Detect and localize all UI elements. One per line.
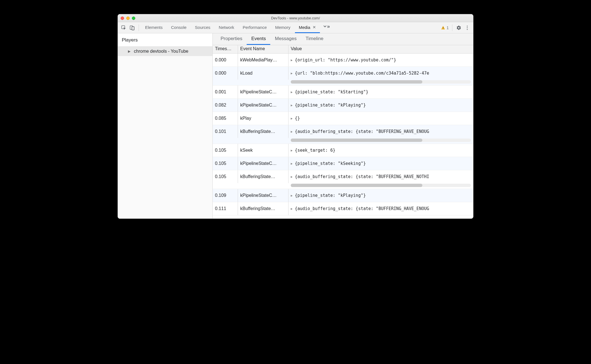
cell-value: ▶{pipeline_state: "kSeeking"} [288, 157, 473, 170]
value-expander[interactable]: ▶{} [288, 112, 473, 125]
player-item[interactable]: ▶ chrome devtools - YouTube [118, 47, 212, 56]
subtab-label: Properties [221, 36, 242, 42]
tab-performance[interactable]: Performance [239, 22, 271, 33]
cell-event-name: kPipelineStateC… [238, 157, 288, 170]
value-text: {audio_buffering_state: {state: "BUFFERI… [295, 174, 429, 179]
toolbar-separator [139, 24, 139, 31]
warning-icon [441, 26, 445, 30]
inspect-element-icon[interactable] [120, 24, 128, 32]
value-text: {pipeline_state: "kStarting"} [295, 89, 368, 95]
more-tabs-icon[interactable]: » [322, 22, 331, 31]
window-title: DevTools - www.youtube.com/ [118, 16, 473, 20]
zoom-window-button[interactable] [132, 17, 135, 20]
table-row[interactable]: 0.109kPipelineStateC…▶{pipeline_state: "… [213, 189, 473, 202]
disclosure-triangle-icon: ▶ [291, 149, 293, 152]
value-expander[interactable]: ▶{origin_url: "https://www.youtube.com/"… [288, 54, 473, 66]
warnings-badge[interactable]: 1 [441, 26, 449, 30]
media-subtabs: Properties Events Messages Timeline [213, 33, 473, 45]
minimize-window-button[interactable] [126, 17, 130, 20]
toolbar-separator [452, 24, 452, 31]
value-text: {pipeline_state: "kPlaying"} [295, 193, 366, 198]
table-row[interactable]: 0.111kBufferingState…▶{audio_buffering_s… [213, 202, 473, 215]
table-header: Times… Event Name Value [213, 45, 473, 54]
table-row[interactable]: 0.001kPipelineStateC…▶{pipeline_state: "… [213, 86, 473, 99]
table-row[interactable]: 0.101kBufferingState…▶{audio_buffering_s… [213, 125, 473, 144]
disclosure-triangle-icon: ▶ [291, 194, 293, 197]
cell-event-name: kWebMediaPlay… [238, 54, 288, 66]
value-text: {url: "blob:https://www.youtube.com/c34a… [295, 71, 429, 76]
value-text: {pipeline_state: "kSeeking"} [295, 161, 366, 166]
svg-rect-2 [132, 27, 134, 30]
value-text: {audio_buffering_state: {state: "BUFFERI… [295, 206, 429, 211]
tab-label: Sources [195, 25, 210, 30]
subtab-events[interactable]: Events [247, 33, 270, 45]
device-toolbar-icon[interactable] [128, 24, 136, 32]
cell-event-name: kSeek [238, 144, 288, 157]
cell-value: ▶{origin_url: "https://www.youtube.com/"… [288, 54, 473, 66]
tab-media[interactable]: Media ✕ [295, 22, 320, 33]
horizontal-scrollbar[interactable] [291, 139, 471, 142]
value-expander[interactable]: ▶{audio_buffering_state: {state: "BUFFER… [288, 170, 473, 183]
cell-event-name: kBufferingState… [238, 125, 288, 138]
tab-sources[interactable]: Sources [191, 22, 214, 33]
tab-memory[interactable]: Memory [271, 22, 294, 33]
table-row[interactable]: 0.000kWebMediaPlay…▶{origin_url: "https:… [213, 54, 473, 67]
cell-timestamp: 0.105 [213, 144, 238, 157]
value-expander[interactable]: ▶{audio_buffering_state: {state: "BUFFER… [288, 125, 473, 138]
col-event-name[interactable]: Event Name [238, 45, 288, 53]
table-row[interactable]: 0.085kPlay▶{} [213, 112, 473, 125]
tab-console[interactable]: Console [167, 22, 191, 33]
close-window-button[interactable] [121, 17, 124, 20]
value-expander[interactable]: ▶{url: "blob:https://www.youtube.com/c34… [288, 67, 473, 80]
cell-event-name: kPlay [238, 112, 288, 125]
value-expander[interactable]: ▶{seek_target: 6} [288, 144, 473, 157]
horizontal-scrollbar[interactable] [291, 184, 471, 187]
cell-value: ▶{url: "blob:https://www.youtube.com/c34… [288, 67, 473, 85]
cell-value: ▶{pipeline_state: "kPlaying"} [288, 189, 473, 202]
disclosure-triangle-icon: ▶ [291, 207, 293, 211]
tab-label: Memory [275, 25, 290, 30]
horizontal-scrollbar[interactable] [291, 80, 471, 84]
value-expander[interactable]: ▶{pipeline_state: "kStarting"} [288, 86, 473, 98]
value-expander[interactable]: ▶{pipeline_state: "kPlaying"} [288, 189, 473, 202]
panel-tabs: Elements Console Sources Network Perform… [141, 22, 331, 33]
subtab-messages[interactable]: Messages [270, 33, 301, 45]
players-sidebar: Players ▶ chrome devtools - YouTube [118, 33, 213, 218]
cell-timestamp: 0.085 [213, 112, 238, 125]
tab-label: Console [171, 25, 187, 30]
value-expander[interactable]: ▶{pipeline_state: "kSeeking"} [288, 157, 473, 170]
table-row[interactable]: 0.000kLoad▶{url: "blob:https://www.youtu… [213, 67, 473, 86]
disclosure-triangle-icon: ▶ [291, 175, 293, 179]
main-panel: Properties Events Messages Timeline Time… [213, 33, 473, 218]
subtab-properties[interactable]: Properties [216, 33, 247, 45]
tab-label: Performance [243, 25, 267, 30]
value-expander[interactable]: ▶{pipeline_state: "kPlaying"} [288, 99, 473, 112]
subtab-label: Events [251, 36, 266, 42]
disclosure-triangle-icon: ▶ [291, 130, 293, 133]
table-row[interactable]: 0.082kPipelineStateC…▶{pipeline_state: "… [213, 99, 473, 112]
cell-value: ▶{} [288, 112, 473, 125]
cell-timestamp: 0.000 [213, 67, 238, 80]
subtab-timeline[interactable]: Timeline [301, 33, 328, 45]
settings-icon[interactable] [455, 24, 463, 32]
tab-network[interactable]: Network [215, 22, 238, 33]
value-text: {origin_url: "https://www.youtube.com/"} [295, 57, 396, 63]
cell-timestamp: 0.001 [213, 86, 238, 98]
col-timestamp[interactable]: Times… [213, 45, 238, 53]
close-icon[interactable]: ✕ [312, 25, 316, 29]
table-row[interactable]: 0.105kPipelineStateC…▶{pipeline_state: "… [213, 157, 473, 170]
more-options-icon[interactable] [463, 24, 471, 32]
col-value[interactable]: Value [288, 45, 473, 53]
disclosure-triangle-icon: ▶ [291, 162, 293, 165]
tab-elements[interactable]: Elements [141, 22, 167, 33]
sidebar-title: Players [118, 33, 212, 47]
table-body[interactable]: 0.000kWebMediaPlay…▶{origin_url: "https:… [213, 54, 473, 218]
value-expander[interactable]: ▶{audio_buffering_state: {state: "BUFFER… [288, 202, 473, 215]
window-controls [118, 17, 135, 20]
disclosure-triangle-icon: ▶ [291, 72, 293, 75]
tab-label: Network [219, 25, 234, 30]
table-row[interactable]: 0.105kBufferingState…▶{audio_buffering_s… [213, 170, 473, 189]
cell-value: ▶{pipeline_state: "kStarting"} [288, 86, 473, 98]
cell-event-name: kBufferingState… [238, 202, 288, 215]
table-row[interactable]: 0.105kSeek▶{seek_target: 6} [213, 144, 473, 157]
